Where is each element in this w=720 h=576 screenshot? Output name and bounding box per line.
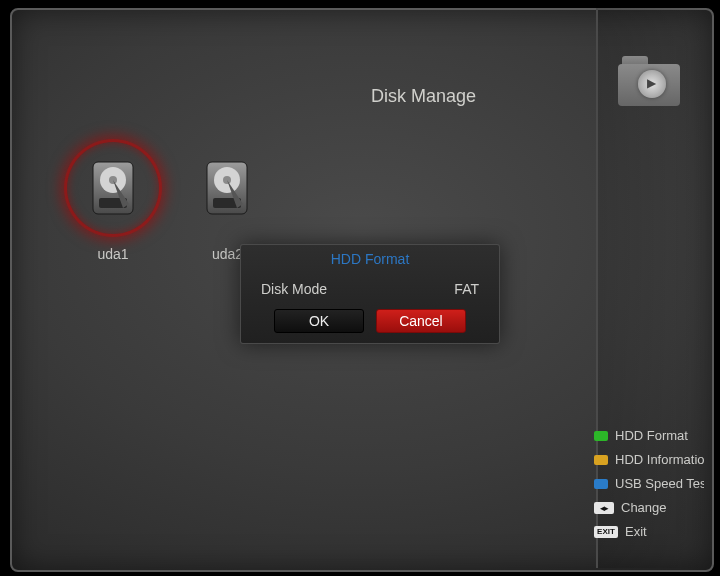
page-title: Disk Manage [371,86,476,107]
legend-usb-speed-test[interactable]: USB Speed Tes [594,476,704,491]
disk-label: uda1 [58,246,168,262]
legend-label: USB Speed Tes [615,476,704,491]
disk-mode-value[interactable]: FAT [454,281,479,297]
disk-manage-icon [618,56,680,106]
hdd-format-dialog: HDD Format Disk Mode FAT OK Cancel [240,244,500,344]
disk-icon [83,158,143,218]
legend: HDD Format HDD Informatio USB Speed Tes … [594,419,704,548]
arrows-marker-icon: ◂▸ [594,502,614,514]
legend-label: Exit [625,524,647,539]
legend-label: HDD Informatio [615,452,704,467]
cancel-button[interactable]: Cancel [376,309,466,333]
sidebar: HDD Format HDD Informatio USB Speed Tes … [596,8,710,568]
legend-hdd-format[interactable]: HDD Format [594,428,704,443]
green-marker-icon [594,431,608,441]
exit-marker-icon: EXIT [594,526,618,538]
dialog-buttons: OK Cancel [241,309,499,333]
hdd-icon [203,158,251,218]
disk-item-uda1[interactable]: uda1 [58,158,168,262]
legend-exit[interactable]: EXIT Exit [594,524,704,539]
dialog-title: HDD Format [241,251,499,267]
legend-label: HDD Format [615,428,688,443]
legend-hdd-information[interactable]: HDD Informatio [594,452,704,467]
ok-button[interactable]: OK [274,309,364,333]
disk-mode-row: Disk Mode FAT [261,281,479,297]
main-panel: Disk Manage [10,8,598,568]
legend-change[interactable]: ◂▸ Change [594,500,704,515]
disk-mode-label: Disk Mode [261,281,327,297]
legend-label: Change [621,500,667,515]
disk-icon [197,158,257,218]
blue-marker-icon [594,479,608,489]
yellow-marker-icon [594,455,608,465]
selection-ring [67,142,159,234]
